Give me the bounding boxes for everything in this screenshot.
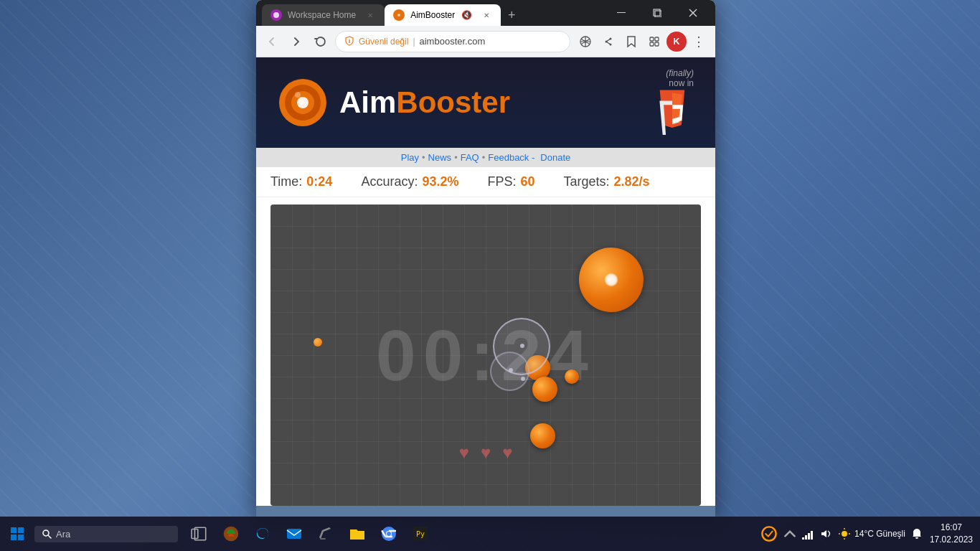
svg-rect-5 [654, 9, 660, 16]
stat-targets: Targets: 2.82/s [564, 174, 650, 189]
tab-aimbooster-label: AimBooster [410, 10, 455, 20]
restore-button[interactable] [641, 0, 674, 26]
tab-mute-icon[interactable]: 🔇 [461, 9, 472, 21]
svg-rect-36 [320, 538, 326, 540]
weather-temp: 14°C Güneşli [854, 529, 905, 539]
svg-rect-17 [655, 37, 659, 41]
stat-time: Time: 0:24 [270, 174, 332, 189]
nav-dot-2: • [454, 152, 458, 163]
translate-button[interactable] [575, 31, 596, 52]
nav-donate[interactable]: Donate [540, 152, 570, 163]
stat-fps: FPS: 60 [487, 174, 534, 189]
profile-button[interactable]: K [666, 32, 687, 52]
extensions-button[interactable] [644, 31, 665, 52]
chrome-icon[interactable] [374, 519, 403, 548]
url-bar[interactable]: Güvenli değil | aimbooster.com [335, 31, 570, 52]
pc-health-icon[interactable] [758, 523, 780, 545]
svg-rect-29 [18, 534, 24, 540]
taskbar: Ara [0, 517, 980, 551]
time-value: 0:24 [306, 174, 332, 189]
svg-rect-44 [805, 535, 807, 540]
minimize-button[interactable] [605, 0, 638, 26]
volume-icon[interactable] [817, 527, 834, 540]
tab-bar: Workspace Home ✕ AimBooster 🔇 ✕ [256, 0, 599, 26]
html5-icon [651, 88, 694, 135]
tab-aimbooster[interactable]: AimBooster 🔇 ✕ [385, 4, 501, 26]
heart-3: ♥ [502, 443, 512, 463]
time-label: Time: [270, 174, 302, 189]
fps-label: FPS: [487, 174, 516, 189]
svg-rect-46 [811, 531, 813, 540]
menu-button[interactable]: ⋮ [688, 31, 710, 52]
tab-workspace-label: Workspace Home [288, 10, 356, 20]
taskbar-right: 14°C Güneşli 16:07 17.02.2023 [758, 522, 980, 546]
stat-accuracy: Accuracy: 93.2% [361, 174, 458, 189]
system-tray-expand[interactable] [783, 523, 797, 545]
nav-feedback[interactable]: Feedback - [488, 152, 534, 163]
address-bar: Güvenli değil | aimbooster.com K ⋮ [256, 26, 715, 57]
window-controls [599, 0, 715, 26]
sun-icon [837, 527, 852, 541]
svg-rect-45 [808, 533, 810, 540]
network-icon[interactable] [800, 527, 814, 540]
close-button[interactable] [677, 0, 710, 26]
target-tiny-left[interactable] [314, 338, 322, 347]
clock-time: 16:07 [930, 522, 973, 534]
svg-rect-28 [11, 534, 17, 540]
forward-button[interactable] [286, 32, 306, 52]
game-page: AimBooster (finally) now in [256, 57, 715, 506]
nav-dot-3: • [482, 152, 486, 163]
taskbar-clock[interactable]: 16:07 17.02.2023 [930, 522, 973, 546]
taskview-icon[interactable] [185, 519, 214, 548]
svg-rect-43 [802, 537, 804, 540]
start-button[interactable] [0, 517, 34, 551]
svg-point-13 [610, 37, 612, 39]
cursor-dot-2 [509, 368, 513, 372]
taskbar-app-icons: Py [185, 519, 435, 548]
nav-news[interactable]: News [428, 152, 452, 163]
tab-aimbooster-close[interactable]: ✕ [481, 9, 492, 21]
target-small-1[interactable] [565, 369, 579, 384]
dragon-icon[interactable] [217, 519, 245, 548]
share-button[interactable] [598, 31, 619, 52]
nav-play[interactable]: Play [401, 152, 419, 163]
clock-date: 17.02.2023 [930, 534, 973, 546]
targets-label: Targets: [564, 174, 610, 189]
weather-widget[interactable]: 14°C Güneşli [837, 527, 905, 541]
address-bar-actions: K ⋮ [575, 31, 710, 52]
svg-rect-35 [287, 529, 301, 539]
logo-text: AimBooster [339, 85, 510, 120]
code-icon[interactable]: Py [406, 519, 435, 548]
tab-workspace[interactable]: Workspace Home ✕ [262, 4, 385, 26]
security-warning-text: Güvenli değil [359, 37, 408, 47]
nav-faq[interactable]: FAQ [461, 152, 479, 163]
svg-point-42 [762, 527, 776, 540]
tab-workspace-close[interactable]: ✕ [364, 9, 376, 21]
svg-point-15 [606, 40, 608, 42]
target-medium-2[interactable] [532, 377, 557, 402]
mail-icon[interactable] [280, 519, 308, 548]
svg-point-14 [610, 43, 612, 45]
svg-rect-26 [11, 527, 17, 533]
security-icon [344, 36, 354, 47]
edge-icon[interactable] [248, 519, 277, 548]
bookmark-button[interactable] [621, 31, 642, 52]
back-button[interactable] [262, 32, 282, 52]
notification-icon[interactable] [908, 527, 925, 540]
game-canvas[interactable]: 00:24 ♥ ♥ ♥ [270, 204, 701, 506]
system-tray-icons: 14°C Güneşli [758, 523, 925, 545]
pen-icon[interactable] [311, 519, 340, 548]
hearts-display: ♥ ♥ ♥ [459, 443, 513, 463]
url-separator: | [413, 37, 415, 47]
reload-button[interactable] [311, 32, 331, 52]
target-medium-3[interactable] [530, 423, 555, 448]
new-tab-button[interactable]: + [501, 4, 522, 26]
target-large[interactable] [579, 248, 644, 312]
taskbar-search[interactable]: Ara [34, 526, 178, 542]
svg-point-30 [43, 530, 49, 536]
search-label: Ara [56, 529, 70, 540]
desktop: Workspace Home ✕ AimBooster 🔇 ✕ [0, 0, 980, 551]
explorer-icon[interactable] [343, 519, 372, 548]
svg-rect-16 [650, 37, 654, 41]
html5-badge: (finally) now in [651, 68, 694, 137]
